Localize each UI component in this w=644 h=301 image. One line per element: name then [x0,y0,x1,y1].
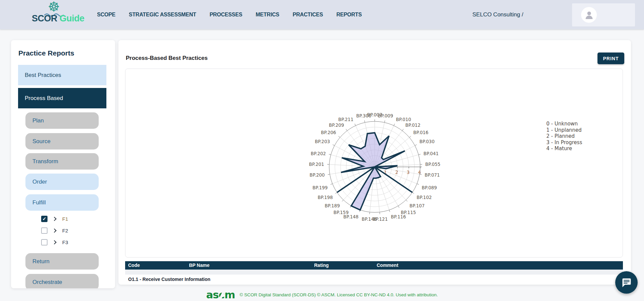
f1-label: F1 [62,216,68,222]
chevron-right-icon[interactable] [52,240,57,244]
sidebar-pill-fulfill[interactable]: Fulfill [25,194,99,211]
sidebar-pill-plan[interactable]: Plan [25,112,99,129]
license-text: © SCOR Digital Standard (SCOR-DS) © ASCM… [240,292,438,297]
svg-text:BP.102: BP.102 [417,195,432,200]
svg-text:BP.189: BP.189 [325,203,340,208]
nav-practices[interactable]: PRACTICES [293,12,323,18]
pill-label: Fulfill [32,199,46,206]
sidebar-item-best-practices[interactable]: Best Practices [18,65,106,85]
svg-text:3: 3 [407,170,410,175]
svg-text:4: 4 [418,170,421,175]
pill-label: Return [32,258,50,265]
chat-bubble-icon [622,278,632,288]
svg-text:BP.071: BP.071 [425,172,440,178]
radar-chart-panel: 1234BP.007BP.009BP.010BP.012BP.016BP.030… [125,69,623,258]
column-header-code: Code [128,261,140,270]
svg-text:BP.159: BP.159 [334,210,349,215]
sidebar-pill-return[interactable]: Return [25,253,99,270]
f2-checkbox[interactable]: ✓ [41,227,48,234]
svg-text:BP.012: BP.012 [405,122,421,128]
svg-text:2: 2 [395,170,398,175]
legend-item: 2 - Planned [546,133,582,139]
logo-scor: SCOR [32,13,57,23]
group-row-label: O1.1 - Receive Customer Information [128,277,210,282]
chevron-right-icon[interactable] [52,217,57,221]
chat-button[interactable] [615,271,638,294]
ship-wheel-icon: ☸ [48,0,60,13]
f2-label: F2 [62,228,68,233]
f3-checkbox[interactable]: ✓ [41,239,48,245]
nav-strategic-assessment[interactable]: STRATEGIC ASSESSMENT [129,12,196,18]
radar-chart-container: 1234BP.007BP.009BP.010BP.012BP.016BP.030… [244,70,505,264]
practice-reports-sidebar: Practice Reports Best Practices Process … [11,40,115,288]
legend-item: 4 - Mature [546,145,582,152]
svg-text:BP.206: BP.206 [321,130,336,135]
nav-reports[interactable]: REPORTS [336,12,362,18]
svg-text:BP.055: BP.055 [425,162,440,167]
f1-checkbox[interactable]: ✓ [41,216,48,222]
sidebar-pill-source[interactable]: Source [25,133,99,149]
legend-item: 0 - Unknown [546,121,582,127]
logo-guide: Guide [60,13,84,23]
svg-text:BP.203: BP.203 [315,139,330,144]
account-menu[interactable]: SELCO Consulting / [472,0,523,29]
radar-chart: 1234BP.007BP.009BP.010BP.012BP.016BP.030… [244,70,505,264]
column-header-rating: Rating [314,261,329,270]
svg-text:BP.201: BP.201 [309,162,324,167]
svg-text:BP.300: BP.300 [356,113,371,118]
sidebar-title: Practice Reports [18,49,74,57]
sidebar-pill-transform[interactable]: Transform [25,153,99,170]
svg-text:BP.202: BP.202 [311,151,326,156]
svg-text:BP.211: BP.211 [338,117,353,122]
print-button[interactable]: PRINT [597,53,624,64]
rating-legend: 0 - Unknown 1 - Unplanned 2 - Planned 3 … [546,121,582,152]
svg-text:BP.200: BP.200 [309,172,325,178]
pill-label: Transform [32,158,58,165]
nav-metrics[interactable]: METRICS [256,12,279,18]
chevron-right-icon[interactable] [52,228,57,233]
svg-text:BP.107: BP.107 [409,203,425,208]
fulfill-child-row-f1[interactable]: ✓ F1 [41,215,68,222]
pill-label: Order [32,179,47,185]
sidebar-item-label: Best Practices [25,72,61,79]
svg-text:BP.148: BP.148 [343,214,358,219]
svg-text:BP.116: BP.116 [391,214,406,219]
nav-scope[interactable]: SCOPE [97,12,115,18]
main-nav: SCOPE STRATEGIC ASSESSMENT PROCESSES MET… [97,0,362,29]
svg-text:BP.016: BP.016 [413,130,428,135]
fulfill-child-row-f2[interactable]: ✓ F2 [41,227,68,234]
ascm-logo: ascm [206,290,235,300]
nav-processes[interactable]: PROCESSES [209,12,242,18]
svg-text:BP.030: BP.030 [420,139,435,144]
legend-item: 3 - In Progress [546,139,582,146]
check-icon: ✓ [42,216,47,221]
report-panel: Process-Based Best Practices PRINT 1234B… [118,40,631,285]
svg-text:BP.198: BP.198 [317,195,333,200]
avatar-panel[interactable] [572,3,635,26]
pill-label: Orchestrate [32,279,62,286]
app-header: ☸ SCOR Guide SCOPE STRATEGIC ASSESSMENT … [0,0,644,29]
column-header-bp-name: BP Name [189,261,209,270]
pill-label: Source [32,138,51,145]
svg-text:BP.041: BP.041 [424,151,439,156]
table-group-row: O1.1 - Receive Customer Information [125,275,623,285]
svg-text:BP.199: BP.199 [312,185,328,190]
fulfill-child-row-f3[interactable]: ✓ F3 [41,239,68,245]
sidebar-item-process-based[interactable]: Process Based [18,88,106,108]
svg-text:BP.010: BP.010 [396,117,411,122]
avatar [581,7,597,23]
sidebar-pill-order[interactable]: Order [25,174,99,190]
app-footer: ascm © SCOR Digital Standard (SCOR-DS) ©… [0,288,644,301]
svg-text:BP.089: BP.089 [422,185,437,190]
svg-text:BP.009: BP.009 [378,113,393,118]
logo-text: SCOR Guide [32,13,84,24]
sidebar-pill-orchestrate[interactable]: Orchestrate [25,274,99,288]
svg-text:BP.209: BP.209 [329,122,344,128]
app-logo[interactable]: ☸ SCOR Guide [32,1,95,28]
f3-label: F3 [62,239,68,245]
column-header-comment: Comment [377,261,398,270]
pill-label: Plan [32,117,44,124]
bp-table-header: Code BP Name Rating Comment [125,261,623,270]
page-title: Process-Based Best Practices [126,55,208,62]
person-icon [584,10,594,20]
